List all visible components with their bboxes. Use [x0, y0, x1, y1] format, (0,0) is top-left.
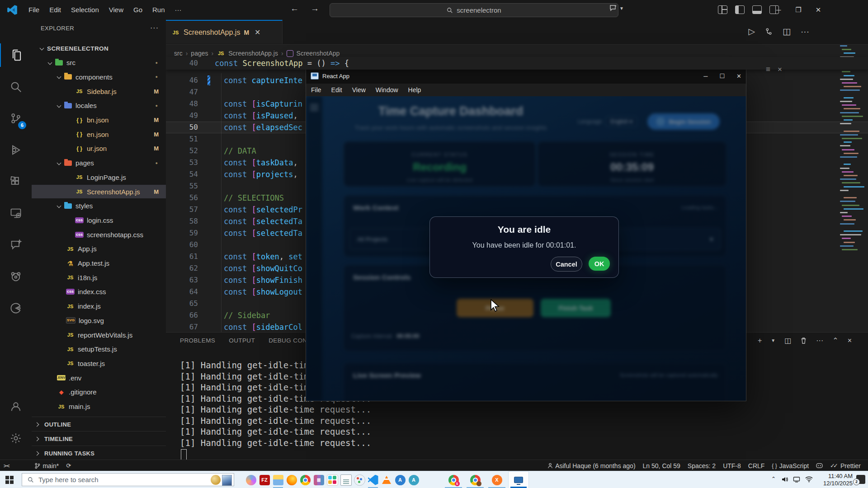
breadcrumb-item[interactable]: ScreenshotApp.js [228, 50, 278, 57]
menu-moremoremore[interactable]: ··· [170, 4, 187, 16]
run-file-icon[interactable]: ▷ [748, 26, 755, 37]
toggle-panel-icon[interactable] [752, 5, 762, 14]
menu-file[interactable]: File [24, 4, 44, 16]
menu-view[interactable]: View [104, 4, 128, 16]
display-icon[interactable] [793, 476, 800, 483]
panel-more-icon[interactable]: ··· [816, 337, 823, 345]
encoding[interactable]: UTF-8 [719, 460, 745, 471]
start-button[interactable] [5, 476, 14, 484]
minimize-button[interactable]: ─ [769, 0, 788, 20]
taskbar-chrome-icon[interactable] [298, 471, 312, 488]
menu-run[interactable]: Run [147, 4, 170, 16]
taskbar-winrar-icon[interactable]: ≣ [312, 471, 326, 488]
source-control-graph-icon[interactable] [765, 28, 773, 35]
ok-button[interactable]: OK [589, 257, 610, 271]
taskbar-vlc-icon[interactable] [380, 471, 393, 488]
split-terminal-icon[interactable]: ◫ [784, 336, 791, 345]
tree-item-src[interactable]: src● [32, 56, 166, 70]
tree-item-app-test-js[interactable]: ⚗App.test.js [32, 257, 166, 270]
taskbar-notepad-icon[interactable] [339, 471, 353, 488]
tree-item-i18n-js[interactable]: JSi18n.js [32, 271, 166, 284]
react-window-titlebar[interactable]: React App ─ ☐ ✕ [306, 68, 746, 84]
taskbar-slack-icon[interactable] [326, 471, 339, 488]
tab-screenshotapp-js[interactable]: JS ScreenshotApp.js M ✕ [166, 20, 283, 44]
breadcrumb-item[interactable]: pages [191, 50, 208, 57]
tree-item--gitignore[interactable]: ◆.gitignore [32, 385, 166, 399]
tree-item-reportwebvitals-js[interactable]: JSreportWebVitals.js [32, 328, 166, 342]
activity-files-icon[interactable] [0, 43, 33, 67]
section-running-tasks[interactable]: RUNNING TASKS [32, 446, 166, 460]
toggle-sidebar-icon[interactable] [735, 5, 745, 14]
taskbar-chrome-s-icon[interactable]: S [443, 471, 464, 488]
activity-run-debug-icon[interactable] [0, 138, 32, 162]
taskbar-vscode-icon[interactable] [366, 471, 380, 488]
remote-indicator[interactable]: >< [0, 460, 13, 471]
activity-extensions-icon[interactable] [0, 170, 32, 193]
taskbar-filezilla-icon[interactable]: FZ [258, 471, 271, 488]
git-blame-item[interactable]: Asiful Haque (6 months ago) [544, 460, 639, 471]
tree-item-styles[interactable]: styles [32, 199, 166, 213]
back-arrow-icon[interactable]: ← [290, 4, 299, 14]
wifi-icon[interactable] [805, 476, 813, 483]
close-icon[interactable]: × [778, 65, 782, 74]
tree-item-loginpage-js[interactable]: JSLoginPage.js [32, 170, 166, 184]
react-close-button[interactable]: ✕ [736, 73, 741, 80]
taskbar-xampp-icon[interactable]: X [486, 471, 507, 488]
activity-settings-icon[interactable] [0, 427, 32, 450]
command-center-search[interactable]: screenelectron [330, 3, 618, 17]
explorer-more-icon[interactable]: ··· [150, 24, 159, 32]
activity-account-icon[interactable] [0, 395, 32, 418]
close-panel-icon[interactable]: × [848, 337, 852, 345]
tree-item-main-js[interactable]: JSmain.js [32, 400, 166, 413]
close-button[interactable]: ✕ [808, 0, 828, 20]
activity-extension-pacman-icon[interactable] [0, 296, 32, 320]
panel-tab-problems[interactable]: PROBLEMS [180, 337, 215, 344]
close-tab-icon[interactable]: ✕ [255, 28, 260, 37]
react-menu-view[interactable]: View [347, 86, 371, 94]
taskbar-clock[interactable]: 11:40 AM 12/10/2025 [823, 473, 853, 487]
tree-item-logo-svg[interactable]: SVGlogo.svg [32, 314, 166, 327]
tree-item-components[interactable]: components● [32, 70, 166, 84]
eol-sequence[interactable]: CRLF [745, 460, 769, 471]
tree-item-screenshotapp-js[interactable]: JSScreenshotApp.jsM [32, 185, 166, 198]
tree-item-sidebar-js[interactable]: JSSidebar.jsM [32, 84, 166, 98]
new-terminal-icon[interactable]: + [758, 337, 762, 345]
taskbar-copilot-icon[interactable] [244, 471, 258, 488]
react-minimize-button[interactable]: ─ [703, 73, 708, 80]
panel-tab-output[interactable]: OUTPUT [229, 337, 255, 344]
maximize-panel-icon[interactable]: ⌃ [832, 336, 838, 345]
tree-item-setuptests-js[interactable]: JSsetupTests.js [32, 343, 166, 356]
activity-remote-explorer-icon[interactable] [0, 202, 32, 225]
react-maximize-button[interactable]: ☐ [719, 73, 725, 80]
forward-arrow-icon[interactable]: → [311, 4, 319, 14]
cursor-position[interactable]: Ln 50, Col 59 [639, 460, 684, 471]
breadcrumb-item[interactable]: src [174, 50, 183, 57]
taskbar-app-a-icon[interactable]: A [393, 471, 407, 488]
menu-go[interactable]: Go [128, 4, 147, 16]
section-outline[interactable]: OUTLINE [32, 417, 166, 432]
split-editor-icon[interactable]: ◫ [783, 26, 791, 37]
tray-chevron-icon[interactable]: ⌃ [771, 476, 776, 482]
taskbar-app-a2-icon[interactable]: A [407, 471, 420, 488]
taskbar-firefox-icon[interactable] [285, 471, 298, 488]
git-branch-item[interactable]: main* [31, 460, 62, 471]
section-timeline[interactable]: TIMELINE [32, 431, 166, 446]
tree-item-pages[interactable]: pages● [32, 156, 166, 170]
react-menu-window[interactable]: Window [371, 86, 403, 94]
more-actions-icon[interactable]: ··· [801, 27, 809, 37]
taskbar-paint-icon[interactable] [353, 471, 366, 488]
taskbar-taskpro-icon[interactable] [508, 471, 529, 488]
copilot-chat-button[interactable]: ▼ [609, 5, 624, 12]
menu-edit[interactable]: Edit [44, 4, 66, 16]
react-menu-edit[interactable]: Edit [326, 86, 347, 94]
kill-terminal-icon[interactable] [800, 337, 807, 344]
notification-center-icon[interactable]: 2 [856, 475, 865, 484]
activity-search-icon[interactable] [0, 75, 32, 99]
search-highlight-images[interactable] [211, 475, 232, 486]
restore-button[interactable]: ❐ [788, 0, 808, 20]
taskbar-search[interactable]: Type here to search [22, 473, 234, 486]
tree-item--env[interactable]: .ENV.env [32, 371, 166, 385]
terminal-dropdown-icon[interactable]: ▼ [771, 338, 775, 343]
cancel-button[interactable]: Cancel [551, 257, 582, 272]
tree-item-en-json[interactable]: { }en.jsonM [32, 127, 166, 141]
